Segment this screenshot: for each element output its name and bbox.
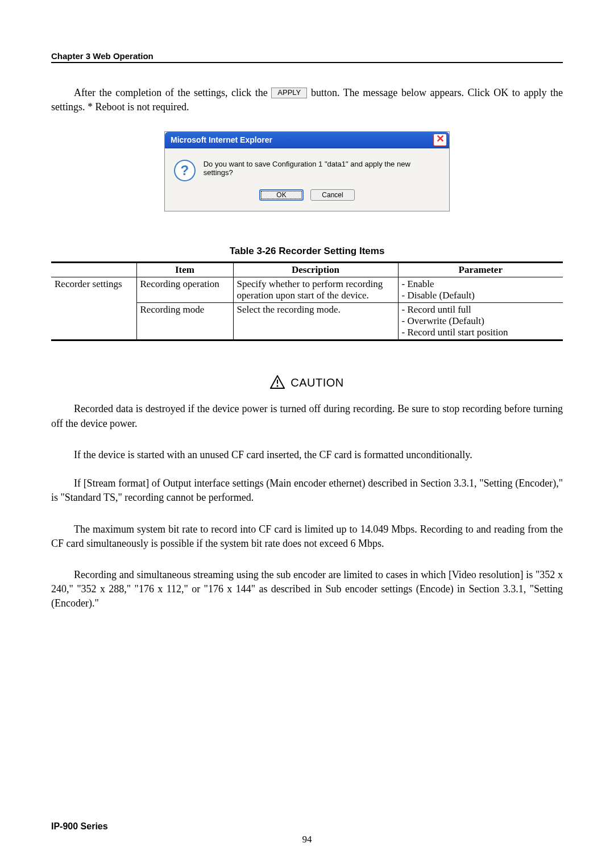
dialog-title: Microsoft Internet Explorer: [171, 135, 433, 144]
ok-button[interactable]: OK: [259, 189, 304, 201]
table-caption: Table 3-26 Recorder Setting Items: [51, 246, 563, 257]
caution-p1: Recorded data is destroyed if the device…: [51, 402, 563, 430]
param-line: - Record until full: [402, 304, 560, 315]
param-line: - Record until start position: [402, 327, 560, 338]
question-icon: ?: [174, 160, 196, 181]
intro-paragraph: After the completion of the settings, cl…: [51, 86, 563, 114]
th-description: Description: [233, 263, 398, 277]
cell-item: Recording mode: [136, 303, 233, 340]
dialog-message: Do you want to save Configuration 1 "dat…: [204, 160, 440, 177]
close-icon[interactable]: ✕: [433, 134, 447, 146]
caution-p4: The maximum system bit rate to record in…: [51, 522, 563, 551]
th-item: Item: [136, 263, 233, 277]
cell-desc: Select the recording mode.: [233, 303, 398, 340]
svg-point-2: [277, 385, 279, 387]
cell-item: Recording operation: [136, 277, 233, 303]
param-line: - Disable (Default): [402, 290, 560, 301]
caution-heading: CAUTION: [51, 375, 563, 392]
cancel-button[interactable]: Cancel: [310, 189, 355, 201]
caution-p2: If the device is started with an unused …: [74, 449, 472, 460]
param-line: - Enable: [402, 279, 560, 290]
intro-text-before: After the completion of the settings, cl…: [74, 87, 271, 98]
caution-p2-wrap: If the device is started with an unused …: [51, 448, 563, 476]
dialog-titlebar: Microsoft Internet Explorer ✕: [165, 132, 449, 148]
cell-param: - Enable - Disable (Default): [398, 277, 563, 303]
apply-button-image: APPLY: [271, 88, 307, 98]
table-row: Recorder settings Recording operation Sp…: [51, 277, 563, 303]
cell-desc: Specify whether to perform recording ope…: [233, 277, 398, 303]
chapter-header: Chapter 3 Web Operation: [51, 51, 563, 63]
caution-label: CAUTION: [291, 376, 344, 389]
caution-p3: If [Stream format] of Output interface s…: [51, 476, 563, 505]
confirmation-dialog: Microsoft Internet Explorer ✕ ? Do you w…: [164, 131, 450, 211]
th-blank: [51, 263, 136, 277]
warning-icon: [270, 375, 285, 392]
th-parameter: Parameter: [398, 263, 563, 277]
param-line: - Overwrite (Default): [402, 315, 560, 327]
cell-param: - Record until full - Overwrite (Default…: [398, 303, 563, 340]
recorder-settings-table: Item Description Parameter Recorder sett…: [51, 261, 563, 341]
series-label: IP-900 Series: [51, 821, 563, 832]
cell-group: Recorder settings: [51, 277, 136, 340]
caution-p5: Recording and simultaneous streaming usi…: [51, 568, 563, 611]
page-number: 94: [51, 834, 563, 845]
